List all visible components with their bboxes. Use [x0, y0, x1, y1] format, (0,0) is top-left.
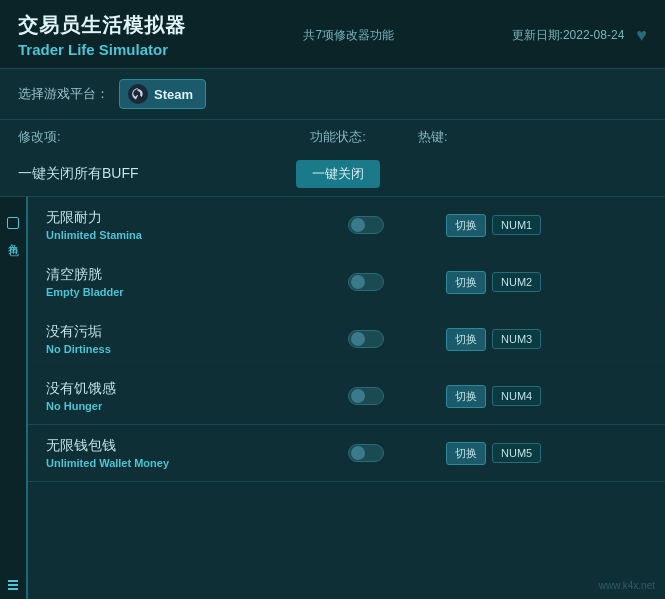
- header-right: 更新日期:2022-08-24 ♥: [512, 25, 647, 46]
- hotkey-key-5: NUM5: [492, 443, 541, 463]
- title-cn: 交易员生活模拟器: [18, 12, 186, 39]
- mod-name-unlimited-stamina: 无限耐力 Unlimited Stamina: [46, 209, 286, 241]
- character-icon: [7, 217, 19, 229]
- mod-en-3: No Dirtiness: [46, 343, 286, 355]
- toggle-switch-4[interactable]: [348, 387, 384, 405]
- mod-cn-4: 没有饥饿感: [46, 380, 286, 398]
- hotkey-switch-btn-1[interactable]: 切换: [446, 214, 486, 237]
- total-mods: 共7项修改器功能: [303, 28, 394, 42]
- toggle-switch-2[interactable]: [348, 273, 384, 291]
- toggle-knob-2: [351, 275, 365, 289]
- hotkey-key-1: NUM1: [492, 215, 541, 235]
- hotkey-switch-btn-4[interactable]: 切换: [446, 385, 486, 408]
- mod-name-no-hunger: 没有饥饿感 No Hunger: [46, 380, 286, 412]
- mod-en-2: Empty Bladder: [46, 286, 286, 298]
- header: 交易员生活模拟器 Trader Life Simulator 共7项修改器功能 …: [0, 0, 665, 69]
- sidebar-character-group: 角 色: [6, 217, 21, 237]
- table-row: 无限钱包钱 Unlimited Wallet Money 切换 NUM5: [28, 425, 665, 481]
- mod-hotkey-5: 切换 NUM5: [446, 442, 647, 465]
- hotkey-switch-btn-5[interactable]: 切换: [446, 442, 486, 465]
- mod-hotkey-2: 切换 NUM2: [446, 271, 647, 294]
- table-row: 清空膀胱 Empty Bladder 切换 NUM2: [28, 254, 665, 311]
- watermark: www.k4x.net: [599, 580, 655, 591]
- col-header-hotkey: 热键:: [418, 128, 647, 146]
- hotkey-switch-btn-2[interactable]: 切换: [446, 271, 486, 294]
- steam-logo-icon: [128, 84, 148, 104]
- mod-name-wallet: 无限钱包钱 Unlimited Wallet Money: [46, 437, 286, 469]
- section-money: 无限钱包钱 Unlimited Wallet Money 切换 NUM5: [28, 425, 665, 482]
- mod-toggle-3[interactable]: [286, 330, 446, 348]
- global-row: 一键关闭所有BUFF 一键关闭: [0, 152, 665, 197]
- toggle-knob-5: [351, 446, 365, 460]
- table-row: 无限耐力 Unlimited Stamina 切换 NUM1: [28, 197, 665, 254]
- table-row: 没有污垢 No Dirtiness 切换 NUM3: [28, 311, 665, 368]
- toggle-switch-3[interactable]: [348, 330, 384, 348]
- mod-en-1: Unlimited Stamina: [46, 229, 286, 241]
- platform-bar: 选择游戏平台： Steam: [0, 69, 665, 120]
- toggle-knob-1: [351, 218, 365, 232]
- global-row-status: 一键关闭: [258, 160, 418, 188]
- update-date: 更新日期:2022-08-24: [512, 27, 625, 44]
- mod-cn-5: 无限钱包钱: [46, 437, 286, 455]
- mod-en-4: No Hunger: [46, 400, 286, 412]
- global-off-button[interactable]: 一键关闭: [296, 160, 380, 188]
- mod-name-no-dirtiness: 没有污垢 No Dirtiness: [46, 323, 286, 355]
- mod-toggle-5[interactable]: [286, 444, 446, 462]
- sidebar-money-group: 数 据: [6, 580, 21, 598]
- toggle-knob-3: [351, 332, 365, 346]
- mod-hotkey-3: 切换 NUM3: [446, 328, 647, 351]
- steam-button-label: Steam: [154, 87, 193, 102]
- mod-toggle-1[interactable]: [286, 216, 446, 234]
- hotkey-key-4: NUM4: [492, 386, 541, 406]
- mod-toggle-2[interactable]: [286, 273, 446, 291]
- toggle-switch-5[interactable]: [348, 444, 384, 462]
- favorite-icon[interactable]: ♥: [636, 25, 647, 46]
- header-center: 共7项修改器功能: [303, 27, 394, 44]
- toggle-switch-1[interactable]: [348, 216, 384, 234]
- table-row: 没有饥饿感 No Hunger 切换 NUM4: [28, 368, 665, 424]
- main-content: 角 色 数 据 无限耐力 Unlimited Stamina: [0, 197, 665, 599]
- section-character: 无限耐力 Unlimited Stamina 切换 NUM1 清空膀胱 Empt: [28, 197, 665, 425]
- col-header-status: 功能状态:: [258, 128, 418, 146]
- mod-name-empty-bladder: 清空膀胱 Empty Bladder: [46, 266, 286, 298]
- global-row-label: 一键关闭所有BUFF: [18, 165, 258, 183]
- mod-cn-1: 无限耐力: [46, 209, 286, 227]
- title-en: Trader Life Simulator: [18, 41, 186, 58]
- mod-cn-3: 没有污垢: [46, 323, 286, 341]
- content-area: 无限耐力 Unlimited Stamina 切换 NUM1 清空膀胱 Empt: [28, 197, 665, 599]
- platform-label: 选择游戏平台：: [18, 85, 109, 103]
- mod-hotkey-4: 切换 NUM4: [446, 385, 647, 408]
- hotkey-switch-btn-3[interactable]: 切换: [446, 328, 486, 351]
- left-sidebar: 角 色 数 据: [0, 197, 28, 599]
- header-left: 交易员生活模拟器 Trader Life Simulator: [18, 12, 186, 58]
- chart-icon: [8, 580, 18, 590]
- table-header: 修改项: 功能状态: 热键:: [0, 120, 665, 152]
- hotkey-key-2: NUM2: [492, 272, 541, 292]
- col-header-name: 修改项:: [18, 128, 258, 146]
- mod-cn-2: 清空膀胱: [46, 266, 286, 284]
- mod-en-5: Unlimited Wallet Money: [46, 457, 286, 469]
- mod-hotkey-1: 切换 NUM1: [446, 214, 647, 237]
- mod-toggle-4[interactable]: [286, 387, 446, 405]
- hotkey-key-3: NUM3: [492, 329, 541, 349]
- steam-platform-button[interactable]: Steam: [119, 79, 206, 109]
- toggle-knob-4: [351, 389, 365, 403]
